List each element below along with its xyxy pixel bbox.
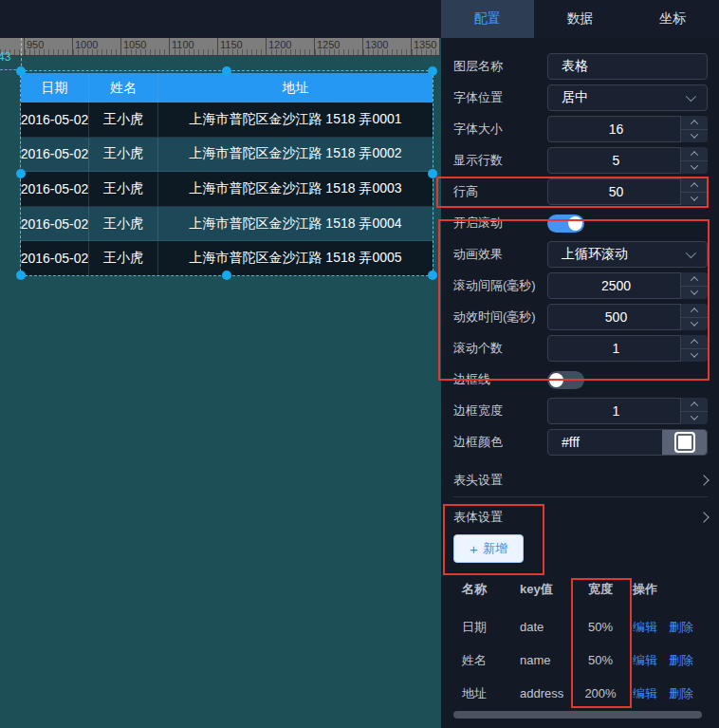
horizontal-scrollbar[interactable] — [453, 711, 702, 719]
chevron-down-icon — [691, 413, 698, 420]
decrement-button[interactable] — [681, 130, 708, 143]
increment-button[interactable] — [681, 147, 708, 161]
chevron-up-icon — [691, 182, 698, 190]
display-rows-label: 显示行数 — [453, 152, 547, 169]
resize-handle[interactable] — [16, 271, 26, 280]
app-window: 配置 数据 坐标 950 1000 1050 1100 1150 1200 12… — [0, 0, 719, 728]
ruler-label: 1300 — [365, 39, 388, 50]
delete-link[interactable]: 删除 — [669, 618, 693, 637]
chevron-down-icon — [691, 194, 698, 201]
layer-name-input[interactable] — [547, 53, 708, 80]
top-bar: 配置 数据 坐标 — [0, 0, 719, 38]
ruler-label: 1350 — [414, 39, 436, 50]
resize-handle[interactable] — [16, 66, 26, 76]
decrement-button[interactable] — [681, 287, 708, 300]
border-line-label: 边框线 — [453, 371, 547, 388]
animation-effect-select[interactable]: 上循环滚动 — [547, 241, 708, 268]
chevron-down-icon — [691, 131, 698, 139]
resize-handle[interactable] — [428, 66, 437, 76]
chevron-down-icon — [686, 248, 696, 258]
increment-button[interactable] — [681, 272, 708, 287]
edit-link[interactable]: 编辑 — [633, 684, 657, 703]
cell-width: 50% — [577, 618, 624, 637]
chevron-up-icon — [691, 339, 698, 346]
edit-link[interactable]: 编辑 — [633, 651, 657, 670]
resize-handle[interactable] — [222, 271, 231, 280]
increment-button[interactable] — [681, 116, 708, 130]
border-color-input[interactable] — [548, 430, 662, 455]
toggle-knob — [549, 373, 563, 387]
scroll-interval-label: 滚动间隔(毫秒) — [453, 277, 547, 294]
color-picker-button[interactable] — [662, 430, 707, 455]
cell-name: 姓名 — [462, 651, 487, 670]
row-height-label: 行高 — [453, 183, 547, 200]
decrement-button[interactable] — [681, 161, 708, 175]
font-size-label: 字体大小 — [453, 121, 547, 138]
chevron-down-icon — [691, 350, 698, 358]
increment-button[interactable] — [681, 178, 708, 193]
resize-handle[interactable] — [428, 271, 437, 280]
body-settings-label: 表体设置 — [453, 509, 503, 526]
tab-coord[interactable]: 坐标 — [626, 0, 719, 38]
resize-handle[interactable] — [16, 169, 26, 178]
col-header-width: 宽度 — [577, 580, 624, 599]
plus-icon: + — [470, 542, 478, 556]
chevron-up-icon — [691, 151, 698, 159]
border-color-label: 边框颜色 — [453, 434, 547, 451]
delete-link[interactable]: 删除 — [669, 651, 693, 670]
increment-button[interactable] — [681, 304, 708, 318]
chevron-right-icon — [698, 512, 709, 522]
decrement-button[interactable] — [681, 349, 708, 363]
chevron-down-icon — [686, 91, 696, 102]
col-header-op: 操作 — [633, 580, 657, 599]
tab-data[interactable]: 数据 — [534, 0, 627, 38]
columns-table-row: 日期 date 50% 编辑 删除 — [441, 618, 719, 637]
chevron-up-icon — [691, 308, 698, 315]
ruler-label: 1150 — [220, 39, 243, 50]
divider — [453, 496, 708, 497]
cell-key: date — [520, 618, 544, 637]
chevron-down-icon — [691, 288, 698, 295]
cell-key: address — [520, 684, 563, 703]
col-header-name: 名称 — [462, 580, 487, 599]
add-column-button[interactable]: + 新增 — [453, 534, 524, 563]
cell-width: 50% — [577, 651, 624, 670]
columns-table-row: 地址 address 200% 编辑 删除 — [441, 684, 719, 703]
design-canvas[interactable]: 950 1000 1050 1100 1150 1200 1250 1300 1… — [0, 38, 441, 728]
decrement-button[interactable] — [681, 193, 708, 206]
font-position-value: 居中 — [562, 89, 686, 106]
add-button-label: 新增 — [483, 540, 507, 557]
decrement-button[interactable] — [681, 412, 708, 425]
ruler-label: 1250 — [317, 39, 340, 50]
chevron-down-icon — [691, 162, 698, 170]
edit-link[interactable]: 编辑 — [633, 618, 657, 637]
enable-scroll-label: 开启滚动 — [453, 215, 547, 232]
config-panel: 图层名称 字体位置 居中 字体大小 — [441, 38, 719, 728]
toggle-knob — [568, 216, 582, 231]
header-settings-collapse[interactable]: 表头设置 — [453, 467, 708, 494]
layer-name-label: 图层名称 — [453, 58, 547, 75]
tab-config[interactable]: 配置 — [441, 0, 534, 38]
resize-handle[interactable] — [222, 66, 231, 76]
ruler-label: 1000 — [75, 39, 98, 50]
ruler-label: 950 — [27, 39, 44, 50]
border-line-toggle[interactable] — [547, 371, 584, 389]
scroll-count-label: 滚动个数 — [453, 340, 547, 357]
delete-link[interactable]: 删除 — [669, 684, 693, 703]
ruler-label: 1200 — [268, 39, 291, 50]
columns-table-header: 名称 key值 宽度 操作 — [441, 580, 719, 599]
animation-time-label: 动效时间(毫秒) — [453, 308, 547, 326]
font-position-select[interactable]: 居中 — [547, 84, 708, 111]
increment-button[interactable] — [681, 398, 708, 412]
body-settings-collapse[interactable]: 表体设置 — [453, 504, 708, 531]
cell-key: name — [520, 651, 551, 670]
increment-button[interactable] — [681, 335, 708, 349]
chevron-up-icon — [691, 276, 698, 284]
enable-scroll-toggle[interactable] — [547, 215, 584, 233]
ruler-label: 1100 — [172, 39, 194, 50]
columns-table-row: 姓名 name 50% 编辑 删除 — [441, 651, 719, 670]
chevron-right-icon — [698, 475, 709, 485]
decrement-button[interactable] — [681, 318, 708, 331]
col-header-key: key值 — [520, 580, 553, 599]
resize-handle[interactable] — [428, 169, 437, 178]
